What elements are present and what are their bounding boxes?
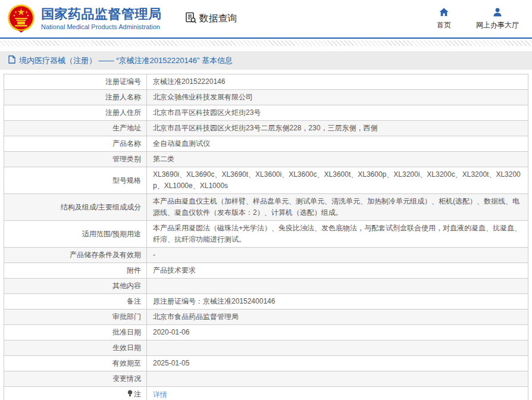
row-label: 产品储存条件及有效期: [4, 248, 147, 263]
table-row: 注册证编号京械注准20152220146: [4, 74, 528, 90]
hatch-stripe-band: [0, 40, 532, 46]
row-value: 北京众驰伟业科技发展有限公司: [147, 90, 528, 105]
row-value: 第二类: [147, 152, 528, 167]
row-label: 注册证编号: [4, 74, 147, 90]
nav-service-hall[interactable]: 网上办事大厅: [476, 8, 519, 30]
row-label: 注: [4, 387, 147, 400]
info-table: 注册证编号京械注准20152220146注册人名称北京众驰伟业科技发展有限公司注…: [4, 74, 528, 400]
row-value: 原注册证编号：京械注准20152400146: [147, 294, 528, 310]
table-row: 批准日期2020-01-06: [4, 325, 528, 340]
table-row: 结构及组成/主要组成成分本产品由凝血仪主机（加样臂、样品盘单元、测试单元、清洗单…: [4, 194, 528, 221]
row-value: 2025-01-05: [147, 356, 528, 371]
user-icon: [493, 8, 502, 18]
row-label: 型号规格: [4, 167, 147, 194]
row-label: 生产地址: [4, 121, 147, 136]
nav-home-label: 首页: [437, 20, 451, 30]
nmpa-emblem-logo: [7, 4, 35, 35]
table-row: 生产地址北京市昌平区科技园区火炬街23号二层东侧228，230，三层东侧，西侧: [4, 121, 528, 136]
table-row: 型号规格XL3690i、XL3690c、XL3690t、XL3600i、XL36…: [4, 167, 528, 194]
row-label: 变更情况: [4, 371, 147, 387]
row-value: 详情: [147, 387, 528, 400]
table-row: 适用范围/预期用途本产品采用凝固法（磁珠法+光学法）、免疫比浊法、发色底物法，与…: [4, 221, 528, 248]
table-row: 变更情况: [4, 371, 528, 387]
row-label: 适用范围/预期用途: [4, 221, 147, 248]
row-value: 2020-01-06: [147, 325, 528, 340]
data-query-label: 数据查询: [199, 12, 237, 25]
table-row: 产品名称全自动凝血测试仪: [4, 136, 528, 152]
row-value: 京械注准20152220146: [147, 74, 528, 90]
row-label: 结构及组成/主要组成成分: [4, 194, 147, 221]
data-query-tab[interactable]: 数据查询: [184, 11, 237, 27]
row-value: 本产品由凝血仪主机（加样臂、样品盘单元、测试单元、清洗单元、加热制冷单元组成）、…: [147, 194, 528, 221]
table-row: 审批部门北京市食品药品监督管理局: [4, 310, 528, 325]
row-value: [147, 371, 528, 387]
row-value: 本产品采用凝固法（磁珠法+光学法）、免疫比浊法、发色底物法，与配套试剂盒联合使用…: [147, 221, 528, 248]
row-value: [147, 279, 528, 294]
row-label: 其他内容: [4, 279, 147, 294]
nav-home[interactable]: 首页: [437, 8, 451, 30]
table-row: 备注原注册证编号：京械注准20152400146: [4, 294, 528, 310]
row-value: 北京市昌平区科技园区火炬街23号: [147, 105, 528, 121]
row-value: 北京市食品药品监督管理局: [147, 310, 528, 325]
row-value: [147, 340, 528, 356]
row-value: XL3690i、XL3690c、XL3690t、XL3600i、XL3600c、…: [147, 167, 528, 194]
table-row: 附件产品技术要求: [4, 263, 528, 279]
nav-service-hall-label: 网上办事大厅: [476, 20, 519, 30]
site-subtitle: National Medical Products Administration: [41, 23, 162, 30]
info-table-body: 注册证编号京械注准20152220146注册人名称北京众驰伟业科技发展有限公司注…: [4, 74, 528, 400]
row-label: 备注: [4, 294, 147, 310]
page-header: 国家药品监督管理局 National Medical Products Admi…: [0, 0, 532, 38]
note-bulb-icon: [127, 389, 133, 400]
data-query-icon: [184, 11, 198, 27]
home-icon: [439, 8, 449, 18]
table-row: 生效日期: [4, 340, 528, 356]
row-label: 审批部门: [4, 310, 147, 325]
row-label: 管理类别: [4, 152, 147, 167]
row-label: 批准日期: [4, 325, 147, 340]
table-row: 有效期至2025-01-05: [4, 356, 528, 371]
table-row: 注册人住所北京市昌平区科技园区火炬街23号: [4, 105, 528, 121]
row-label: 附件: [4, 263, 147, 279]
table-row: 注详情: [4, 387, 528, 400]
table-row: 注册人名称北京众驰伟业科技发展有限公司: [4, 90, 528, 105]
document-icon: [8, 55, 15, 65]
row-label: 产品名称: [4, 136, 147, 152]
row-label: 注册人住所: [4, 105, 147, 121]
row-value: 北京市昌平区科技园区火炬街23号二层东侧228，230，三层东侧，西侧: [147, 121, 528, 136]
table-row: 其他内容: [4, 279, 528, 294]
row-value: 全自动凝血测试仪: [147, 136, 528, 152]
row-label: 有效期至: [4, 356, 147, 371]
table-row: 产品储存条件及有效期-: [4, 248, 528, 263]
header-divider: [0, 38, 532, 39]
row-value: -: [147, 248, 528, 263]
breadcrumb-text: 境内医疗器械（注册） —— “京械注准20152220146” 基本信息: [19, 55, 233, 66]
row-label: 生效日期: [4, 340, 147, 356]
breadcrumb-bar: 境内医疗器械（注册） —— “京械注准20152220146” 基本信息: [0, 51, 532, 70]
details-link[interactable]: 详情: [153, 390, 167, 399]
row-label: 注册人名称: [4, 90, 147, 105]
site-title: 国家药品监督管理局: [41, 7, 162, 21]
row-value: 产品技术要求: [147, 263, 528, 279]
table-row: 管理类别第二类: [4, 152, 528, 167]
